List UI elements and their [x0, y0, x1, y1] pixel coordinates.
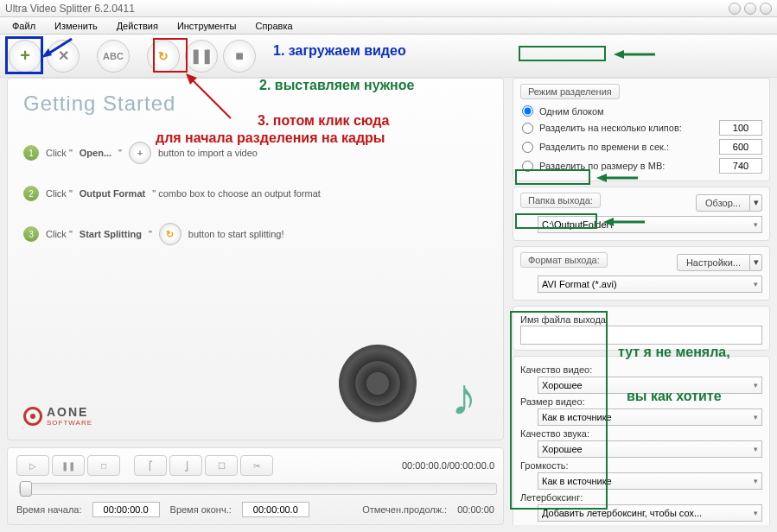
time-display: 00:00:00.0/00:00:00.0	[276, 460, 494, 471]
player-pause-button[interactable]: ❚❚	[52, 455, 85, 476]
radio-multiple-clips[interactable]	[522, 123, 533, 134]
menu-edit[interactable]: Изменить	[46, 19, 106, 33]
marked-duration-label: Отмечен.продолж.:	[362, 504, 447, 515]
radio-by-size[interactable]	[522, 161, 533, 172]
menu-tools[interactable]: Инструменты	[169, 19, 245, 33]
delete-button[interactable]: ✕	[47, 40, 80, 73]
mark-in-button[interactable]: ⎡	[134, 455, 167, 476]
video-size-select[interactable]: Как в источнике▾	[538, 408, 762, 426]
player-panel: ▷ ❚❚ □ ⎡ ⎦ ☐ ✂ 00:00:00.0/00:00:00.0 Вре…	[7, 447, 504, 525]
logo-icon	[23, 407, 42, 426]
start-time-label: Время начала:	[16, 504, 82, 515]
abc-button[interactable]: ABC	[97, 40, 130, 73]
browse-button[interactable]: Обзор...	[696, 194, 750, 212]
toolbar: + ✕ ABC ↻ ❚❚ ■	[0, 35, 777, 78]
minimize-button[interactable]	[729, 3, 741, 15]
output-filename-input[interactable]	[520, 326, 762, 345]
seek-slider[interactable]	[19, 483, 497, 495]
film-reel-icon	[339, 345, 417, 422]
add-button[interactable]: +	[9, 40, 41, 73]
gs-step-2: 2 Click "Output Format" combo box to cho…	[23, 186, 487, 201]
marked-duration-value: 00:00:00	[457, 504, 494, 515]
video-quality-select[interactable]: Хорошее▾	[538, 377, 762, 394]
gs-title: Getting Started	[23, 92, 487, 116]
split-mode-section: Режим разделения Одним блоком Разделить …	[513, 78, 770, 181]
output-folder-select[interactable]: C:\OutputFolder\▾	[538, 216, 762, 233]
close-button[interactable]	[760, 3, 772, 15]
titlebar: Ultra Video Splitter 6.2.0411	[0, 0, 777, 17]
preview-button[interactable]: ☐	[205, 455, 238, 476]
split-mode-title: Режим разделения	[520, 84, 620, 99]
volume-label: Громкость:	[520, 460, 762, 471]
window-controls	[729, 3, 772, 15]
letterboxing-select[interactable]: Добавить летербоксинг, чтобы сох...▾	[538, 504, 762, 522]
start-time-input[interactable]	[92, 502, 160, 517]
browse-dropdown[interactable]: ▾	[750, 194, 762, 212]
encoding-options-section: Качество видео: Хорошее▾ Размер видео: К…	[513, 356, 770, 525]
clips-count-input[interactable]	[719, 120, 762, 136]
output-filename-section: Имя файла выхода:	[513, 306, 770, 351]
audio-quality-select[interactable]: Хорошее▾	[538, 440, 762, 458]
settings-dropdown[interactable]: ▾	[750, 254, 762, 271]
music-note-icon: ♪	[451, 367, 477, 427]
maximize-button[interactable]	[744, 3, 756, 15]
seconds-input[interactable]	[719, 139, 762, 155]
step-number-3: 3	[23, 226, 39, 242]
radio-single-block[interactable]	[522, 105, 533, 117]
settings-button[interactable]: Настройки...	[677, 254, 750, 271]
inline-refresh-icon: ↻	[159, 223, 182, 245]
output-format-select[interactable]: AVI Format (*.avi)▾	[538, 276, 762, 293]
volume-select[interactable]: Как в источнике▾	[538, 472, 762, 490]
video-size-label: Размер видео:	[520, 396, 762, 407]
play-button[interactable]: ▷	[16, 455, 49, 476]
stop-button[interactable]: ■	[223, 40, 256, 73]
gs-step-1: 1 Click "Open..." + button to import a v…	[23, 142, 487, 164]
end-time-input[interactable]	[242, 502, 309, 517]
output-format-section: Формат выхода: Настройки... ▾ AVI Format…	[513, 246, 770, 301]
radio-by-time[interactable]	[522, 142, 533, 153]
window-title: Ultra Video Splitter 6.2.0411	[5, 3, 729, 15]
step-number-2: 2	[23, 186, 39, 201]
menu-file[interactable]: Файл	[3, 19, 44, 33]
step-number-1: 1	[23, 145, 39, 161]
aone-logo: AONE SOFTWARE	[23, 405, 92, 427]
getting-started-panel: Getting Started 1 Click "Open..." + butt…	[7, 78, 504, 440]
output-folder-section: Папка выхода: Обзор... ▾ C:\OutputFolder…	[513, 187, 770, 241]
audio-quality-label: Качество звука:	[520, 428, 762, 439]
mb-input[interactable]	[719, 158, 762, 174]
gs-step-3: 3 Click "Start Splitting" ↻ button to st…	[23, 223, 487, 245]
mark-out-button[interactable]: ⎦	[169, 455, 202, 476]
menubar: Файл Изменить Действия Инструменты Справ…	[0, 17, 777, 35]
output-format-title: Формат выхода:	[520, 252, 608, 268]
menu-help[interactable]: Справка	[246, 19, 301, 33]
pause-button[interactable]: ❚❚	[185, 40, 218, 73]
end-time-label: Время оконч.:	[170, 504, 232, 515]
menu-actions[interactable]: Действия	[108, 19, 167, 33]
inline-add-icon: +	[129, 142, 151, 164]
player-stop-button[interactable]: □	[87, 455, 120, 476]
output-folder-title: Папка выхода:	[520, 193, 601, 208]
video-quality-label: Качество видео:	[520, 364, 762, 375]
output-filename-label: Имя файла выхода:	[520, 314, 762, 325]
letterboxing-label: Летербоксинг:	[520, 492, 762, 503]
refresh-button[interactable]: ↻	[147, 40, 180, 73]
cut-button[interactable]: ✂	[240, 455, 273, 476]
